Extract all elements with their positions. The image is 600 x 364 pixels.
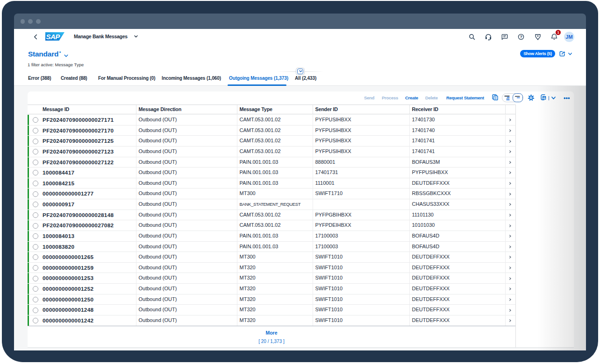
svg-text:?: ? — [520, 35, 522, 39]
svg-text:SAP: SAP — [46, 33, 61, 41]
